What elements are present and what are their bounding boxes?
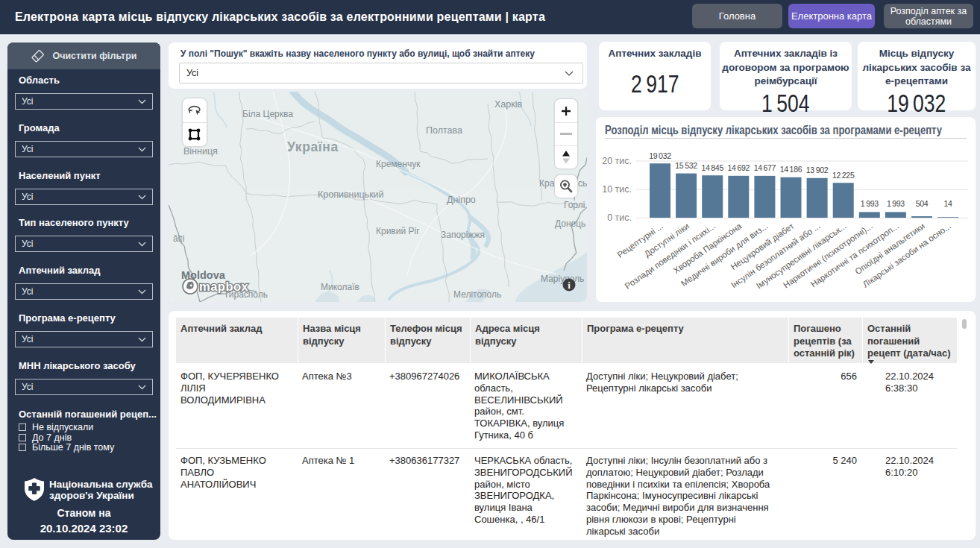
svg-text:Полтава: Полтава bbox=[426, 125, 462, 136]
svg-text:mapbox: mapbox bbox=[199, 280, 249, 293]
svg-text:504: 504 bbox=[916, 199, 929, 208]
svg-text:Харків: Харків bbox=[494, 99, 522, 110]
svg-text:12 225: 12 225 bbox=[832, 171, 855, 180]
svg-text:Дніпро: Дніпро bbox=[447, 195, 476, 205]
svg-text:14 845: 14 845 bbox=[701, 163, 723, 172]
svg-text:Біла Церква: Біла Церква bbox=[242, 109, 293, 119]
svg-text:1 993: 1 993 bbox=[887, 199, 905, 208]
svg-text:13 902: 13 902 bbox=[806, 166, 829, 174]
svg-text:Мелітополь: Мелітополь bbox=[453, 289, 501, 300]
svg-text:10 тис.: 10 тис. bbox=[602, 184, 632, 195]
svg-text:Кривий Ріг: Кривий Ріг bbox=[376, 226, 420, 236]
svg-text:20 тис.: 20 тис. bbox=[602, 156, 632, 166]
svg-text:сь: сь bbox=[578, 178, 587, 189]
svg-text:14 186: 14 186 bbox=[780, 165, 802, 174]
svg-text:Кра: Кра bbox=[539, 178, 555, 189]
svg-text:19 032: 19 032 bbox=[649, 151, 671, 160]
svg-text:Запоріжжя: Запоріжжя bbox=[441, 230, 485, 240]
svg-text:Кропивницький: Кропивницький bbox=[318, 189, 384, 200]
svg-text:0 тис.: 0 тис. bbox=[607, 212, 632, 223]
svg-text:Кременчук: Кременчук bbox=[376, 159, 421, 169]
svg-text:14: 14 bbox=[944, 199, 953, 208]
svg-text:15 532: 15 532 bbox=[675, 161, 697, 170]
svg-text:Маріуполь: Маріуполь bbox=[541, 274, 584, 284]
svg-text:i: i bbox=[568, 280, 571, 291]
svg-text:14 677: 14 677 bbox=[754, 163, 776, 172]
svg-text:Донець: Донець bbox=[555, 218, 585, 229]
svg-text:14 692: 14 692 bbox=[728, 163, 750, 172]
svg-text:ălți: ălți bbox=[173, 233, 184, 244]
svg-text:Горлі: Горлі bbox=[564, 200, 585, 210]
svg-text:Україна: Україна bbox=[287, 139, 339, 154]
svg-text:Миколаїв: Миколаїв bbox=[321, 282, 359, 292]
svg-text:Розподіл місць відпуску лікарс: Розподіл місць відпуску лікарських засоб… bbox=[605, 124, 942, 136]
svg-text:Вінниця: Вінниця bbox=[183, 146, 218, 157]
svg-text:1 993: 1 993 bbox=[861, 199, 879, 208]
